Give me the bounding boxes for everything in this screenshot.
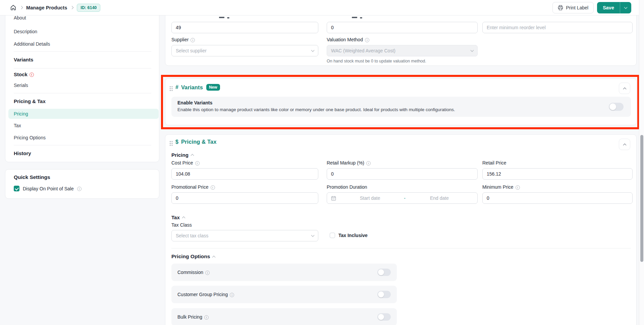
bulk-pricing-toggle[interactable] (377, 313, 391, 321)
enable-variants-title: Enable Variants (177, 100, 212, 105)
sidebar-divider (14, 93, 151, 93)
pricing-tax-collapse-button[interactable] (619, 139, 630, 150)
commission-option-row: Commission (171, 264, 397, 281)
bulk-pricing-label: Bulk Pricing (177, 314, 209, 320)
start-date-placeholder: Start date (336, 195, 404, 201)
dollar-icon: $ (175, 139, 178, 145)
save-dropdown-button[interactable] (620, 2, 631, 13)
promotional-price-label: Promotional Price (171, 184, 215, 190)
valuation-method-select: WAC (Weighted Average Cost) (327, 45, 478, 56)
display-on-pos-label: Display On Point of Sale (23, 186, 74, 191)
customer-group-pricing-label: Customer Group Pricing (177, 292, 234, 297)
tax-class-select[interactable]: Select tax class (171, 230, 318, 241)
retail-markup-label: Retail Markup (%) (327, 160, 371, 166)
valuation-method-info-icon[interactable] (365, 38, 369, 42)
cost-price-input[interactable] (171, 168, 318, 180)
sidebar-item-about[interactable]: About (14, 15, 157, 20)
scrollbar-thumb[interactable] (640, 135, 643, 262)
promotion-duration-label: Promotion Duration (327, 184, 367, 190)
minimum-price-input[interactable] (482, 192, 633, 204)
quantity-input[interactable] (171, 22, 318, 33)
retail-price-label: Retail Price (482, 160, 506, 166)
end-date-placeholder: End date (406, 195, 473, 201)
customer-group-pricing-toggle[interactable] (377, 291, 391, 298)
drag-handle-icon[interactable] (170, 86, 173, 91)
minimum-price-info-icon[interactable] (516, 185, 520, 190)
supplier-info-icon[interactable] (191, 38, 195, 42)
clipped-label-fragment (219, 17, 224, 18)
variants-section-card: # Variants New Enable Variants Enable th… (165, 78, 637, 125)
supplier-label: Supplier (171, 37, 195, 42)
promotional-price-input[interactable] (171, 192, 318, 204)
valuation-method-label: Valuation Method (327, 37, 369, 42)
sidebar-item-pricing-options[interactable]: Pricing Options (14, 135, 157, 140)
quick-settings-title: Quick Settings (14, 174, 50, 180)
supplier-select[interactable]: Select supplier (171, 45, 318, 56)
sidebar-item-serials[interactable]: Serials (14, 83, 157, 88)
breadcrumb: Manage Products ID: 6140 (10, 4, 100, 12)
retail-price-input[interactable] (482, 168, 633, 180)
chevron-down-icon (311, 49, 315, 52)
chevron-up-icon (623, 143, 626, 147)
chevron-up-icon (182, 217, 185, 220)
pricing-tax-section-title: $ Pricing & Tax (175, 139, 216, 145)
sidebar-divider (14, 68, 151, 68)
print-label-button[interactable]: Print Label (552, 2, 594, 13)
clipped-info-icon (227, 17, 229, 18)
chevron-up-icon (212, 256, 216, 259)
pricing-tax-section-card: $ Pricing & Tax Pricing Cost Price Retai… (165, 134, 637, 325)
cost-price-label: Cost Price (171, 160, 200, 166)
home-icon[interactable] (10, 4, 16, 11)
display-on-pos-row: Display On Point of Sale (14, 186, 82, 191)
enable-variants-box: Enable Variants Enable this option to ma… (171, 97, 631, 117)
scrollbar-track[interactable] (639, 0, 644, 325)
tax-inclusive-label: Tax Inclusive (338, 233, 368, 238)
drag-handle-icon[interactable] (170, 141, 173, 146)
save-button[interactable]: Save (597, 2, 620, 13)
save-split-button: Save (597, 2, 631, 13)
bulk-pricing-option-row: Bulk Pricing (171, 308, 397, 325)
customer-group-pricing-info-icon[interactable] (230, 293, 234, 297)
retail-markup-input[interactable] (327, 168, 478, 180)
enable-variants-toggle[interactable] (609, 103, 624, 111)
variants-collapse-button[interactable] (619, 83, 630, 94)
chevron-down-icon (471, 49, 474, 52)
hash-icon: # (175, 84, 178, 90)
cost-price-info-icon[interactable] (195, 161, 200, 166)
commission-info-icon[interactable] (205, 271, 210, 275)
display-on-pos-checkbox[interactable] (14, 186, 19, 191)
chevron-down-icon (624, 5, 628, 9)
stock-error-icon (30, 73, 34, 77)
tax-class-label: Tax Class (171, 222, 192, 228)
enable-variants-description: Enable this option to manage product var… (177, 107, 455, 112)
on-order-input[interactable] (327, 22, 478, 33)
manage-products-page: About Description Additional Details Var… (0, 0, 644, 325)
sidebar-item-pricing[interactable]: Pricing (14, 111, 157, 117)
retail-markup-info-icon[interactable] (366, 161, 371, 166)
sidebar-item-additional-details[interactable]: Additional Details (14, 41, 157, 47)
promotion-duration-range-picker[interactable]: Start date - End date (327, 192, 478, 204)
commission-toggle[interactable] (377, 269, 391, 276)
pricing-options-subheading[interactable]: Pricing Options (171, 253, 215, 260)
customer-group-pricing-option-row: Customer Group Pricing (171, 286, 397, 303)
clipped-label-fragment (352, 17, 357, 18)
minimum-reorder-level-input[interactable] (482, 22, 633, 33)
sidebar-item-pricing-tax[interactable]: Pricing & Tax (14, 98, 157, 104)
printer-icon (558, 5, 563, 10)
sidebar-item-description[interactable]: Description (14, 29, 157, 34)
valuation-method-note: On hand stock must be 0 to update valuat… (327, 59, 426, 63)
promotional-price-info-icon[interactable] (211, 185, 215, 190)
tax-subheading[interactable]: Tax (171, 215, 185, 220)
bulk-pricing-info-icon[interactable] (204, 315, 209, 320)
breadcrumb-section[interactable]: Manage Products (26, 5, 67, 10)
display-on-pos-info-icon[interactable] (77, 187, 82, 191)
quick-settings-card: Quick Settings Display On Point of Sale (5, 169, 159, 199)
sidebar-item-stock[interactable]: Stock (14, 72, 157, 77)
sidebar-item-tax[interactable]: Tax (14, 123, 157, 128)
sidebar-item-variants[interactable]: Variants (14, 57, 157, 62)
pricing-subheading[interactable]: Pricing (171, 152, 194, 158)
sidebar-item-history[interactable]: History (14, 150, 157, 156)
tax-inclusive-checkbox[interactable] (330, 233, 335, 238)
commission-label: Commission (177, 270, 210, 275)
tax-inclusive-row: Tax Inclusive (330, 233, 368, 238)
